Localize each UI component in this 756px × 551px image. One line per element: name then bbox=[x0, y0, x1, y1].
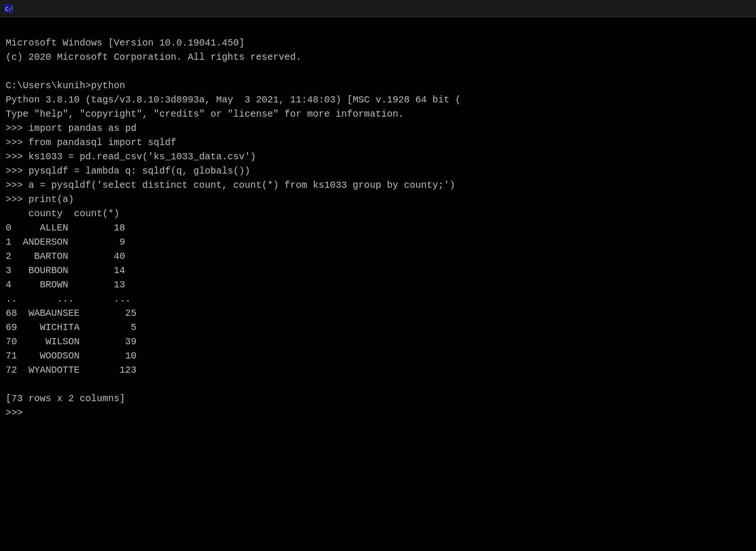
terminal-line: >>> pysqldf = lambda q: sqldf(q, globals… bbox=[6, 164, 750, 178]
table-row: 72 WYANDOTTE 123 bbox=[6, 363, 750, 377]
empty-line bbox=[6, 64, 750, 79]
terminal-line: >>> ks1033 = pd.read_csv('ks_1033_data.c… bbox=[6, 150, 750, 164]
table-row: 1 ANDERSON 9 bbox=[6, 235, 750, 249]
terminal-line: (c) 2020 Microsoft Corporation. All righ… bbox=[6, 50, 750, 64]
terminal-line: >>> import pandas as pd bbox=[6, 121, 750, 136]
terminal-line: Python 3.8.10 (tags/v3.8.10:3d8993a, May… bbox=[6, 93, 750, 107]
table-row: 71 WOODSON 10 bbox=[6, 349, 750, 363]
terminal-line: >>> from pandasql import sqldf bbox=[6, 136, 750, 150]
terminal-body[interactable]: Microsoft Windows [Version 10.0.19041.45… bbox=[0, 17, 756, 551]
table-row: .. ... ... bbox=[6, 292, 750, 306]
table-row: 0 ALLEN 18 bbox=[6, 221, 750, 235]
empty-line bbox=[6, 377, 750, 392]
terminal-line: C:\Users\kunih>python bbox=[6, 79, 750, 93]
table-row: 4 BROWN 13 bbox=[6, 278, 750, 292]
terminal-line: Type "help", "copyright", "credits" or "… bbox=[6, 107, 750, 121]
svg-text:C:\: C:\ bbox=[5, 6, 13, 12]
cmd-icon: C:\ bbox=[4, 4, 13, 13]
table-row: 70 WILSON 39 bbox=[6, 335, 750, 349]
terminal-line: [73 rows x 2 columns] bbox=[6, 392, 750, 406]
terminal-line: Microsoft Windows [Version 10.0.19041.45… bbox=[6, 36, 750, 50]
title-bar: C:\ bbox=[0, 0, 756, 17]
terminal-line: >>> print(a) bbox=[6, 193, 750, 207]
terminal-line: >>> a = pysqldf('select distinct count, … bbox=[6, 178, 750, 193]
table-row: 68 WABAUNSEE 25 bbox=[6, 306, 750, 321]
table-row: 3 BOURBON 14 bbox=[6, 264, 750, 278]
table-header: county count(*) bbox=[6, 207, 750, 221]
table-row: 69 WICHITA 5 bbox=[6, 321, 750, 335]
table-row: 2 BARTON 40 bbox=[6, 249, 750, 264]
terminal-prompt-cursor[interactable]: >>> bbox=[6, 406, 750, 420]
